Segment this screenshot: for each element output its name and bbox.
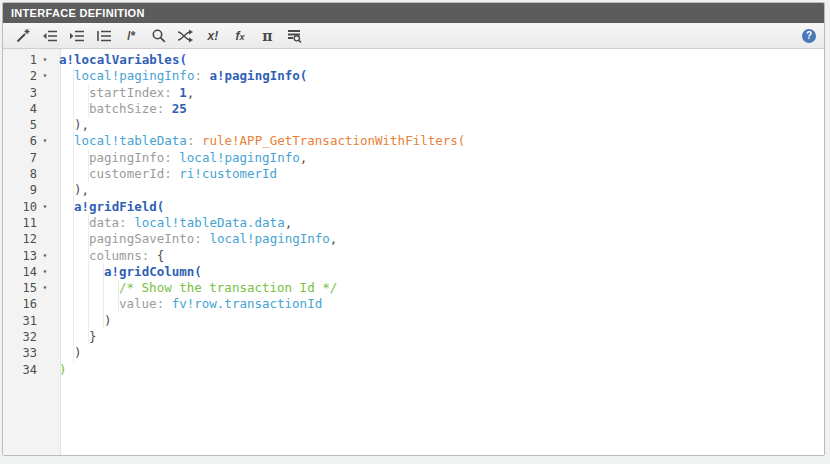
code-line: 5), bbox=[3, 117, 824, 133]
code-line: 14▾a!gridColumn( bbox=[3, 264, 824, 280]
search-button[interactable] bbox=[150, 27, 168, 45]
line-number: 31 bbox=[3, 313, 37, 329]
code-text: a!localVariables( bbox=[53, 52, 187, 68]
line-number: 34 bbox=[3, 362, 37, 378]
line-number: 32 bbox=[3, 329, 37, 345]
magic-wand-button[interactable] bbox=[14, 27, 32, 45]
code-text: startIndex: 1, bbox=[53, 85, 194, 101]
fold-toggle-icon[interactable]: ▾ bbox=[37, 248, 53, 264]
shuffle-button[interactable] bbox=[177, 27, 195, 45]
indent-guide bbox=[59, 101, 89, 117]
line-number: 33 bbox=[3, 345, 37, 361]
code-text: customerId: ri!customerId bbox=[53, 166, 277, 182]
code-line: 15▾/* Show the transaction Id */ bbox=[3, 280, 824, 296]
indent-guide bbox=[59, 296, 119, 312]
indent-guide bbox=[59, 166, 89, 182]
panel-title: INTERFACE DEFINITION bbox=[3, 3, 824, 23]
fold-spacer bbox=[37, 150, 53, 166]
line-number: 2 bbox=[3, 68, 37, 84]
code-line: 31) bbox=[3, 313, 824, 329]
help-icon: ? bbox=[806, 30, 812, 41]
code-line: 4batchSize: 25 bbox=[3, 101, 824, 117]
code-text: columns: { bbox=[53, 248, 164, 264]
fold-toggle-icon[interactable]: ▾ bbox=[37, 264, 53, 280]
query-database-button[interactable] bbox=[285, 27, 303, 45]
code-editor[interactable]: 1▾a!localVariables(2▾local!pagingInfo: a… bbox=[3, 49, 824, 456]
interface-definition-panel: INTERFACE DEFINITION bbox=[2, 2, 825, 456]
shuffle-icon bbox=[177, 28, 194, 44]
code-line: 34) bbox=[3, 362, 824, 378]
decrease-indent-button[interactable] bbox=[41, 27, 59, 45]
indent-guide bbox=[59, 85, 89, 101]
fold-spacer bbox=[37, 182, 53, 198]
line-number: 9 bbox=[3, 182, 37, 198]
indent-guide bbox=[59, 231, 89, 247]
code-text: pagingInfo: local!pagingInfo, bbox=[53, 150, 307, 166]
fold-spacer bbox=[37, 362, 53, 378]
code-line: 8customerId: ri!customerId bbox=[3, 166, 824, 182]
code-text: data: local!tableData.data, bbox=[53, 215, 292, 231]
search-icon bbox=[151, 28, 167, 44]
fold-toggle-icon[interactable]: ▾ bbox=[37, 199, 53, 215]
code-line: 6▾local!tableData: rule!APP_GetTransacti… bbox=[3, 133, 824, 149]
code-line: 9), bbox=[3, 182, 824, 198]
pi-icon: π bbox=[262, 29, 272, 43]
list-format-button[interactable] bbox=[95, 27, 113, 45]
code-text: ), bbox=[53, 182, 89, 198]
code-line: 1▾a!localVariables( bbox=[3, 52, 824, 68]
increase-indent-icon bbox=[69, 28, 85, 44]
block-comment-button[interactable]: /* bbox=[122, 27, 140, 45]
list-format-icon bbox=[96, 28, 112, 44]
code-text: ) bbox=[53, 313, 112, 329]
fold-spacer bbox=[37, 166, 53, 182]
code-lines: 1▾a!localVariables(2▾local!pagingInfo: a… bbox=[3, 52, 824, 378]
code-line: 13▾columns: { bbox=[3, 248, 824, 264]
indent-guide bbox=[59, 345, 74, 361]
pi-button[interactable]: π bbox=[258, 27, 276, 45]
code-text: ), bbox=[53, 117, 89, 133]
indent-guide bbox=[59, 329, 89, 345]
indent-guide bbox=[59, 264, 104, 280]
fold-toggle-icon[interactable]: ▾ bbox=[37, 280, 53, 296]
indent-guide bbox=[59, 182, 74, 198]
indent-guide bbox=[59, 68, 74, 84]
code-line: 32} bbox=[3, 329, 824, 345]
fold-spacer bbox=[37, 101, 53, 117]
code-line: 7pagingInfo: local!pagingInfo, bbox=[3, 150, 824, 166]
editor-toolbar: /* x! fx bbox=[3, 23, 824, 49]
help-button[interactable]: ? bbox=[802, 29, 816, 43]
fold-toggle-icon[interactable]: ▾ bbox=[37, 68, 53, 84]
fold-spacer bbox=[37, 215, 53, 231]
line-number: 4 bbox=[3, 101, 37, 117]
indent-guide bbox=[59, 199, 74, 215]
code-line: 3startIndex: 1, bbox=[3, 85, 824, 101]
code-text: ) bbox=[53, 362, 67, 378]
code-line: 11data: local!tableData.data, bbox=[3, 215, 824, 231]
line-number: 5 bbox=[3, 117, 37, 133]
code-text: a!gridColumn( bbox=[53, 264, 202, 280]
line-number: 13 bbox=[3, 248, 37, 264]
code-text: value: fv!row.transactionId bbox=[53, 296, 322, 312]
indent-guide bbox=[59, 150, 89, 166]
code-line: 16value: fv!row.transactionId bbox=[3, 296, 824, 312]
line-number: 12 bbox=[3, 231, 37, 247]
code-text: } bbox=[53, 329, 97, 345]
fold-toggle-icon[interactable]: ▾ bbox=[37, 133, 53, 149]
indent-guide bbox=[59, 117, 74, 133]
code-text: ) bbox=[53, 345, 82, 361]
test-inputs-button[interactable]: x! bbox=[204, 27, 222, 45]
line-number: 3 bbox=[3, 85, 37, 101]
line-number: 6 bbox=[3, 133, 37, 149]
code-line: 12pagingSaveInto: local!pagingInfo, bbox=[3, 231, 824, 247]
fold-spacer bbox=[37, 329, 53, 345]
increase-indent-button[interactable] bbox=[68, 27, 86, 45]
insert-function-button[interactable]: fx bbox=[231, 27, 249, 45]
code-text: a!gridField( bbox=[53, 199, 164, 215]
indent-guide bbox=[59, 133, 74, 149]
query-database-icon bbox=[286, 28, 302, 44]
indent-guide bbox=[59, 215, 89, 231]
indent-guide bbox=[59, 248, 89, 264]
line-number: 11 bbox=[3, 215, 37, 231]
line-number: 16 bbox=[3, 296, 37, 312]
fold-toggle-icon[interactable]: ▾ bbox=[37, 52, 53, 68]
